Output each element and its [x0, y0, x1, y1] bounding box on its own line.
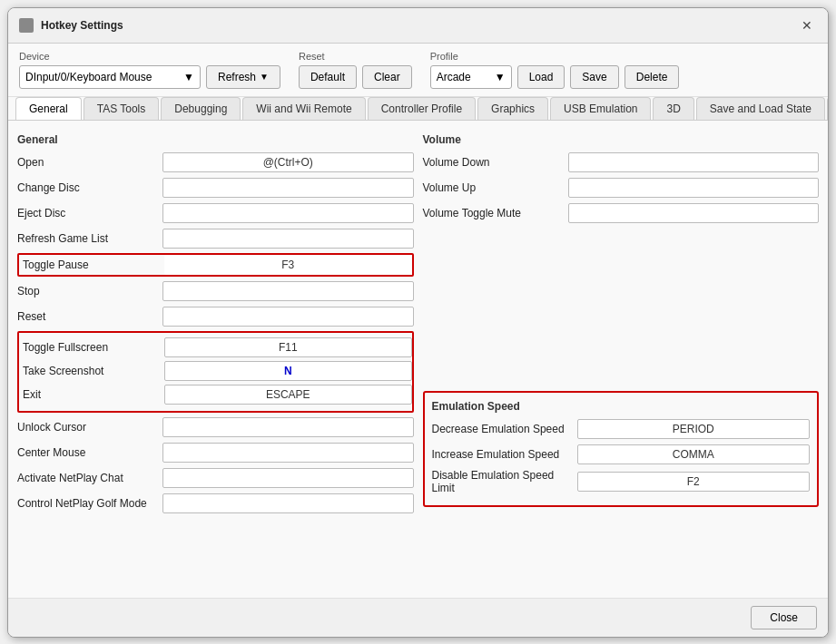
refresh-game-list-row: Refresh Game List — [17, 228, 414, 249]
toolbar: Device DInput/0/Keyboard Mouse ▼ Refresh… — [8, 44, 828, 97]
save-button[interactable]: Save — [570, 65, 618, 89]
reset-field-label: Reset — [17, 310, 162, 323]
window-icon — [19, 18, 34, 33]
tabs-bar: General TAS Tools Debugging Wii and Wii … — [8, 97, 828, 121]
volume-toggle-mute-input[interactable] — [568, 203, 820, 223]
toggle-fullscreen-label: Toggle Fullscreen — [19, 341, 164, 354]
unlock-cursor-label: Unlock Cursor — [17, 421, 162, 434]
window-close-button[interactable]: ✕ — [797, 15, 817, 35]
volume-section-header: Volume — [423, 133, 820, 146]
increase-emulation-label: Increase Emulation Speed — [432, 448, 577, 461]
eject-disc-input[interactable] — [162, 203, 414, 223]
reset-row: Reset — [17, 306, 414, 327]
profile-row: Arcade ▼ Load Save Delete — [430, 65, 680, 89]
profile-combo[interactable]: Arcade ▼ — [430, 65, 512, 89]
center-mouse-label: Center Mouse — [17, 446, 162, 459]
title-bar: Hotkey Settings ✕ — [8, 8, 828, 44]
center-mouse-input[interactable] — [162, 443, 414, 463]
refresh-arrow-icon: ▼ — [260, 72, 269, 82]
refresh-button[interactable]: Refresh ▼ — [206, 65, 280, 89]
netplay-golf-input[interactable] — [162, 493, 414, 513]
activate-netplay-label: Activate NetPlay Chat — [17, 472, 162, 484]
refresh-game-list-input[interactable] — [162, 229, 414, 249]
refresh-game-list-label: Refresh Game List — [17, 232, 162, 245]
change-disc-input[interactable] — [162, 178, 414, 198]
right-column: Volume Volume Down Volume Up Volume Togg… — [423, 130, 820, 589]
content-area: General Open @(Ctrl+O) Change Disc Eject… — [8, 121, 828, 598]
device-value: DInput/0/Keyboard Mouse — [25, 71, 180, 83]
device-row: DInput/0/Keyboard Mouse ▼ Refresh ▼ — [19, 65, 280, 89]
reset-input[interactable] — [162, 307, 414, 327]
take-screenshot-row: Take Screenshot N — [19, 360, 412, 382]
eject-disc-label: Eject Disc — [17, 207, 162, 220]
load-button[interactable]: Load — [517, 65, 566, 89]
footer: Close — [8, 598, 828, 637]
toggle-pause-label: Toggle Pause — [19, 259, 164, 271]
open-label: Open — [17, 156, 162, 169]
unlock-cursor-input[interactable] — [162, 417, 414, 437]
clear-button[interactable]: Clear — [362, 65, 412, 89]
decrease-emulation-label: Decrease Emulation Speed — [432, 423, 577, 435]
change-disc-label: Change Disc — [17, 181, 162, 194]
eject-disc-row: Eject Disc — [17, 202, 414, 224]
tab-general[interactable]: General — [15, 97, 82, 121]
volume-down-label: Volume Down — [423, 156, 568, 169]
toggle-pause-input[interactable]: F3 — [164, 255, 412, 275]
volume-down-input[interactable] — [568, 152, 820, 172]
tab-wii[interactable]: Wii and Wii Remote — [242, 97, 365, 120]
reset-label: Reset — [299, 51, 412, 62]
open-row: Open @(Ctrl+O) — [17, 151, 414, 173]
profile-dropdown-icon: ▼ — [495, 71, 506, 83]
take-screenshot-input[interactable]: N — [164, 361, 412, 381]
refresh-label: Refresh — [218, 71, 256, 83]
title-bar-left: Hotkey Settings — [19, 18, 123, 33]
device-dropdown-icon: ▼ — [183, 71, 194, 83]
delete-button[interactable]: Delete — [625, 65, 680, 89]
tab-controller-profile[interactable]: Controller Profile — [368, 97, 476, 120]
tab-tas-tools[interactable]: TAS Tools — [84, 97, 160, 120]
volume-toggle-mute-label: Volume Toggle Mute — [423, 207, 568, 220]
disable-emulation-input[interactable]: F2 — [577, 472, 811, 492]
activate-netplay-input[interactable] — [162, 468, 414, 488]
tab-3d[interactable]: 3D — [653, 97, 693, 120]
take-screenshot-label: Take Screenshot — [19, 365, 164, 377]
stop-label: Stop — [17, 285, 162, 298]
stop-input[interactable] — [162, 281, 414, 301]
volume-down-row: Volume Down — [423, 151, 820, 173]
unlock-cursor-row: Unlock Cursor — [17, 416, 414, 438]
reset-group: Reset Default Clear — [299, 51, 412, 89]
stop-row: Stop — [17, 280, 414, 302]
volume-up-row: Volume Up — [423, 177, 820, 199]
tab-debugging[interactable]: Debugging — [161, 97, 241, 120]
device-group: Device DInput/0/Keyboard Mouse ▼ Refresh… — [19, 51, 280, 89]
tab-usb-emulation[interactable]: USB Emulation — [550, 97, 651, 120]
increase-emulation-input[interactable]: COMMA — [577, 444, 811, 464]
increase-emulation-row: Increase Emulation Speed COMMA — [432, 444, 811, 465]
emulation-speed-group: Emulation Speed Decrease Emulation Speed… — [423, 391, 820, 507]
toggle-fullscreen-row: Toggle Fullscreen F11 — [19, 337, 412, 358]
activate-netplay-row: Activate NetPlay Chat — [17, 467, 414, 489]
hotkey-settings-window: Hotkey Settings ✕ Device DInput/0/Keyboa… — [7, 7, 829, 638]
tab-save-load[interactable]: Save and Load State — [696, 97, 825, 120]
profile-group: Profile Arcade ▼ Load Save Delete — [430, 51, 680, 89]
device-label: Device — [19, 51, 280, 62]
tab-graphics[interactable]: Graphics — [477, 97, 548, 120]
change-disc-row: Change Disc — [17, 177, 414, 199]
exit-input[interactable]: ESCAPE — [164, 385, 412, 405]
device-combo[interactable]: DInput/0/Keyboard Mouse ▼ — [19, 65, 201, 89]
exit-row: Exit ESCAPE — [19, 384, 412, 405]
volume-up-input[interactable] — [568, 178, 820, 198]
general-section-header: General — [17, 133, 414, 146]
netplay-golf-label: Control NetPlay Golf Mode — [17, 497, 162, 510]
profile-value: Arcade — [437, 71, 491, 83]
decrease-emulation-input[interactable]: PERIOD — [577, 419, 811, 439]
emulation-speed-title: Emulation Speed — [432, 400, 811, 413]
tab-other[interactable]: Other St — [827, 97, 828, 120]
exit-label: Exit — [19, 388, 164, 401]
default-button[interactable]: Default — [299, 65, 357, 89]
center-mouse-row: Center Mouse — [17, 442, 414, 463]
toggle-fullscreen-input[interactable]: F11 — [164, 337, 412, 357]
open-input[interactable]: @(Ctrl+O) — [162, 152, 414, 172]
close-button[interactable]: Close — [751, 606, 817, 629]
reset-row: Default Clear — [299, 65, 412, 89]
